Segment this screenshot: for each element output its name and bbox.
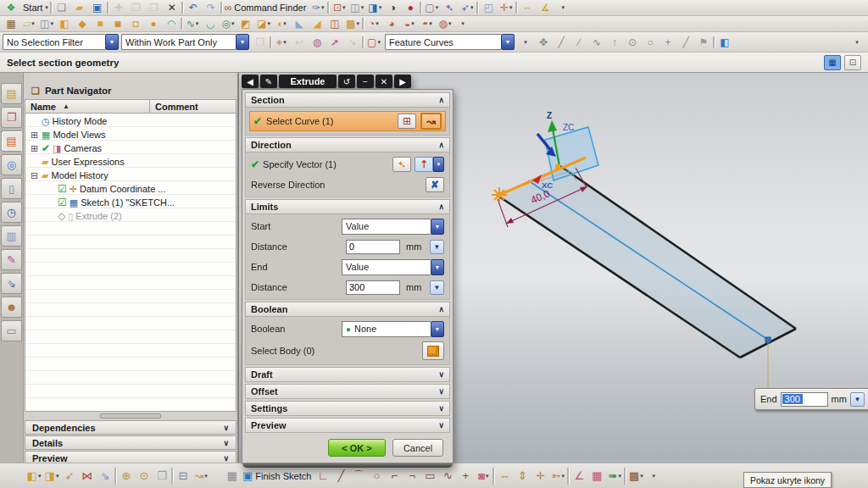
dialog-forward-button[interactable]: ▶ xyxy=(394,75,411,88)
column-name[interactable]: Name▲ xyxy=(25,99,150,114)
snap-point-on-curve-button[interactable]: ∿ xyxy=(588,35,605,49)
tab-part-navigator[interactable]: ▤ xyxy=(1,130,22,152)
nx-logo-icon[interactable]: ❖ xyxy=(3,1,19,15)
section-tool-button[interactable]: ⊞ xyxy=(398,114,416,129)
arc-button[interactable]: ⌒ xyxy=(350,468,367,485)
toolbar-more-button[interactable]: ▾ xyxy=(645,468,662,485)
end-mode-dropdown[interactable]: Value ▼ xyxy=(342,259,444,275)
group-draft[interactable]: Draft∨ xyxy=(245,367,450,382)
tab-constraint-navigator[interactable]: ❐ xyxy=(1,107,22,128)
dialog-title-bar[interactable]: ◀ ✎ Extrude ↺ − ✕ ▶ xyxy=(242,75,453,88)
group-preview[interactable]: Preview∨ xyxy=(245,418,450,433)
dialog-resize-edge[interactable] xyxy=(242,463,453,468)
circle-button[interactable]: ○ xyxy=(368,468,385,485)
toolbar-more-button[interactable]: ▾ xyxy=(554,1,571,15)
chevron-up-icon[interactable]: ∧ xyxy=(438,96,444,104)
snap-face-button[interactable]: ⚑ xyxy=(695,35,712,49)
vector-constructor-button[interactable]: ⇡ xyxy=(415,157,433,172)
interpart-select-icon[interactable]: ❐ xyxy=(252,35,269,49)
tab-roles[interactable]: ▭ xyxy=(1,320,22,341)
extrude-button[interactable]: ◧ xyxy=(56,17,73,31)
snap-midpoint-button[interactable]: ∕ xyxy=(570,35,587,49)
chevron-down-icon[interactable]: ∨ xyxy=(438,370,444,379)
offset-curve-button[interactable]: ◙▾ xyxy=(475,468,492,485)
curve-rule-button[interactable]: ↝ xyxy=(420,113,442,130)
snap-point-button[interactable]: + xyxy=(659,35,676,49)
dropdown-arrow-icon[interactable]: ▼ xyxy=(431,259,444,275)
chevron-up-icon[interactable]: ∧ xyxy=(438,305,444,313)
chevron-down-icon[interactable]: ∨ xyxy=(438,387,444,396)
lasso-select-button[interactable]: ▢▾ xyxy=(365,35,382,49)
end-distance-spinner[interactable]: ▼ xyxy=(430,280,444,295)
rollback-button[interactable]: ↩ xyxy=(291,35,308,49)
reverse-direction-button[interactable]: ✘ xyxy=(426,177,444,192)
task-environment-button[interactable]: ▦ xyxy=(224,468,241,485)
sync-offset-region-button[interactable]: ➶ xyxy=(61,468,78,485)
selection-filter-dropdown[interactable]: No Selection Filter ▼ xyxy=(3,34,119,50)
limits-group-header[interactable]: Limits∧ xyxy=(245,199,450,214)
end-distance-input[interactable]: 300 xyxy=(781,392,828,407)
chevron-down-icon[interactable]: ∨ xyxy=(223,454,229,463)
dialog-back-button[interactable]: ◀ xyxy=(242,75,259,88)
more-curves-button[interactable]: ➳▾ xyxy=(549,468,566,485)
part-inspect-button[interactable]: ⊟ xyxy=(175,468,192,485)
view-orientation-button[interactable]: ◫▾ xyxy=(348,1,365,15)
selbar-overflow-button[interactable]: ▾ xyxy=(849,35,865,49)
tree-item-sketch[interactable]: ☑ ▦ Sketch (1) "SKETCH... xyxy=(25,196,236,209)
chamfer-button[interactable]: ¬ xyxy=(403,468,420,485)
details-bar[interactable]: Details∨ xyxy=(25,435,236,450)
group-offset[interactable]: Offset∨ xyxy=(245,384,450,399)
curve-rule-dropdown[interactable]: Feature Curves ▼ xyxy=(385,34,515,50)
save-button[interactable]: ▣ xyxy=(89,1,106,15)
vector-dialog-button[interactable]: ➴ xyxy=(392,157,411,172)
tree-item-history-mode[interactable]: ◷ History Mode xyxy=(25,114,236,128)
checkbox-icon[interactable]: ◇ xyxy=(58,211,65,221)
chamfer-button[interactable]: ◣ xyxy=(291,17,308,31)
redo-button[interactable]: ↷ xyxy=(203,1,220,15)
boss-button[interactable]: ◘ xyxy=(127,17,144,31)
snap-arc-center-button[interactable]: ⊙ xyxy=(624,35,641,49)
tab-manufacturing-wizards[interactable]: ☻ xyxy=(1,297,22,318)
new-file-button[interactable]: ❏ xyxy=(53,1,70,15)
hole-button[interactable]: ◙ xyxy=(109,17,126,31)
unite-button[interactable]: ◪▾ xyxy=(255,17,272,31)
panel-splitter[interactable] xyxy=(24,412,237,419)
linked-body-button[interactable]: ❐ xyxy=(153,468,170,485)
snap-quadrant-button[interactable]: ○ xyxy=(642,35,659,49)
open-file-button[interactable]: ▰ xyxy=(71,1,88,15)
vector-dropdown-button[interactable]: ▼ xyxy=(433,157,444,172)
datum-display-button[interactable]: ✛▾ xyxy=(498,1,515,15)
delete-face-button[interactable]: ◍▾ xyxy=(437,17,453,31)
tree-item-model-history[interactable]: ⊟ ▰ Model History xyxy=(25,169,236,182)
through-curves-button[interactable]: ◡ xyxy=(202,17,219,31)
chevron-down-icon[interactable]: ∨ xyxy=(438,421,444,430)
group-settings[interactable]: Settings∨ xyxy=(245,401,450,416)
snap-point-button[interactable]: ⌖▾ xyxy=(273,35,290,49)
copy-button[interactable]: ❐ xyxy=(128,1,145,15)
replace-face-button[interactable]: ◓▾ xyxy=(419,17,436,31)
snap-pole-button[interactable]: ↑ xyxy=(606,35,623,49)
dialog-reset-button[interactable]: ↺ xyxy=(338,75,355,88)
sphere-button[interactable]: ● xyxy=(145,17,162,31)
pull-face-button[interactable]: ◕ xyxy=(383,17,400,31)
display-mode-button[interactable]: ◨▾ xyxy=(366,1,383,15)
deselect-all-button[interactable]: ➘ xyxy=(344,35,361,49)
dropdown-arrow-icon[interactable]: ▼ xyxy=(431,219,444,235)
tab-web-browser[interactable]: ▥ xyxy=(1,225,22,247)
select-curve-row[interactable]: ✔ Select Curve (1) ⊞ ↝ xyxy=(249,111,446,131)
profile-button[interactable]: ∟ xyxy=(314,468,331,485)
start-mode-dropdown[interactable]: Value ▼ xyxy=(342,219,444,235)
block-button[interactable]: ■ xyxy=(92,17,108,31)
undo-button[interactable]: ↶ xyxy=(185,1,202,15)
rectangle-button[interactable]: ▭ xyxy=(421,468,438,485)
tab-history[interactable]: ◷ xyxy=(1,202,22,223)
select-body-button[interactable] xyxy=(422,341,444,360)
cue-display-toggle-button[interactable]: ▦ xyxy=(824,55,841,70)
sync-replace-face-button[interactable]: ⋈ xyxy=(79,468,96,485)
sync-delete-face-button[interactable]: ⇘ xyxy=(97,468,114,485)
snap-handles-button[interactable]: ✥ xyxy=(535,35,552,49)
expander-icon[interactable]: ⊞ xyxy=(30,130,39,140)
point-button[interactable]: + xyxy=(457,468,474,485)
end-drag-handle[interactable] xyxy=(765,337,771,342)
dropdown-arrow-icon[interactable]: ▼ xyxy=(236,34,249,50)
